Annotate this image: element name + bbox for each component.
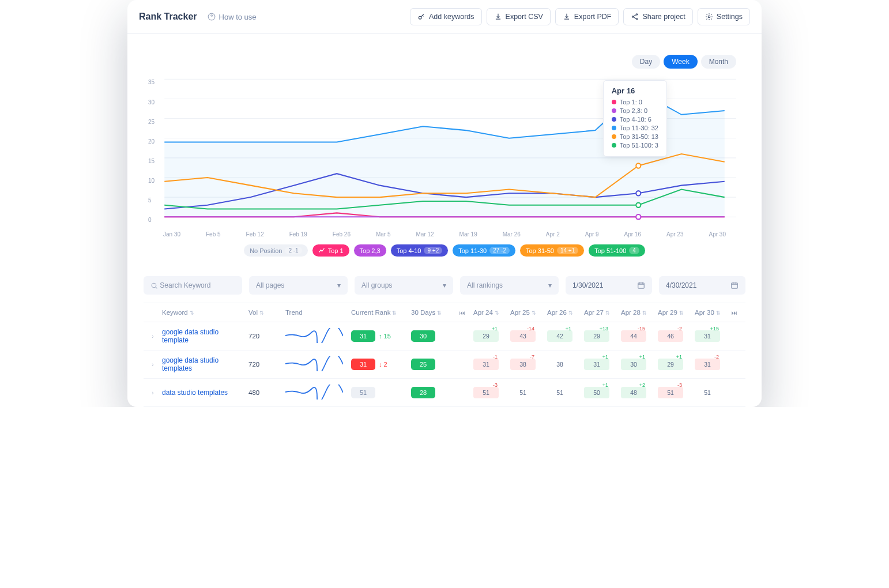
rank-delta: ↑ 15 [379, 333, 391, 340]
col-date[interactable]: Apr 26⇅ [547, 309, 582, 316]
day-cell: -1443 [510, 330, 536, 342]
legend-item[interactable]: Top 51-100 4 [589, 244, 645, 257]
col-date[interactable]: Apr 24⇅ [473, 309, 508, 316]
sparkline [285, 385, 343, 399]
page-title: Rank Tracker [139, 12, 197, 22]
30day-rank: 25 [411, 359, 435, 370]
legend-item[interactable]: No Position 2 -1 [244, 244, 308, 257]
current-rank: 51 [351, 387, 375, 398]
col-date[interactable]: Apr 28⇅ [621, 309, 656, 316]
expand-row[interactable]: › [146, 361, 160, 368]
col-keyword[interactable]: Keyword⇅ [162, 309, 246, 316]
legend-item[interactable]: Top 2,3 [354, 244, 386, 257]
keyword-link[interactable]: data studio templates [162, 389, 246, 397]
day-cell: +129 [658, 359, 683, 370]
search-input[interactable]: Search Keyword [144, 276, 242, 295]
add-keywords-button[interactable]: Add keywords [410, 8, 482, 25]
table-row: › google data studio templates 720 31↓ 2… [144, 350, 745, 379]
download-icon [563, 13, 571, 21]
expand-row[interactable]: › [146, 390, 160, 396]
dates-next[interactable]: ⏭ [732, 310, 743, 316]
col-30days[interactable]: 30 Days⇅ [411, 309, 457, 316]
tooltip-item: Top 1: 0 [612, 99, 658, 105]
col-date[interactable]: Apr 27⇅ [584, 309, 619, 316]
svg-point-19 [636, 203, 641, 208]
tooltip-item: Top 4-10: 6 [612, 116, 658, 123]
day-cell: -131 [473, 359, 499, 370]
legend-item[interactable]: Top 1 [312, 244, 349, 257]
svg-point-20 [152, 283, 156, 288]
period-toggle: Day Week Month [153, 55, 736, 69]
current-rank: 31 [351, 359, 375, 370]
current-rank: 31 [351, 330, 375, 342]
legend-item[interactable]: Top 31-50 14 +1 [520, 244, 584, 257]
svg-point-2 [636, 14, 638, 15]
day-cell: +1531 [695, 330, 720, 342]
help-icon [208, 13, 216, 21]
svg-point-15 [636, 214, 641, 219]
day-cell: +142 [547, 330, 572, 342]
30day-rank: 28 [411, 387, 435, 398]
day-cell: 51 [547, 387, 572, 398]
legend-item[interactable]: Top 4-10 9 +2 [391, 244, 449, 257]
volume: 720 [248, 361, 283, 368]
pages-select[interactable]: All pages▾ [249, 276, 348, 295]
share-project-button[interactable]: Share project [623, 8, 692, 25]
day-cell: -738 [510, 359, 536, 370]
table-row: › google data studio template 720 31↑ 15… [144, 322, 745, 350]
day-cell: 51 [510, 387, 536, 398]
chart-tooltip: Apr 16 Top 1: 0Top 2,3: 0Top 4-10: 6Top … [603, 80, 667, 157]
calendar-icon [730, 281, 739, 289]
search-icon [150, 282, 158, 289]
tooltip-item: Top 51-100: 3 [612, 142, 658, 149]
topbar: Rank Tracker How to use Add keywords Exp… [127, 0, 762, 34]
groups-select[interactable]: All groups▾ [355, 276, 453, 295]
keyword-link[interactable]: google data studio template [162, 328, 246, 344]
day-cell: -246 [658, 330, 683, 342]
settings-button[interactable]: Settings [698, 8, 750, 25]
col-trend: Trend [285, 309, 349, 316]
date-from[interactable]: 1/30/2021 [566, 276, 652, 295]
tooltip-item: Top 11-30: 32 [612, 125, 658, 131]
keyword-link[interactable]: google data studio templates [162, 356, 246, 372]
rankings-select[interactable]: All rankings▾ [460, 276, 559, 295]
keywords-table: Keyword⇅ Vol⇅ Trend Current Rank⇅ 30 Day… [144, 303, 745, 407]
chevron-down-icon: ▾ [443, 281, 446, 289]
gear-icon [705, 13, 713, 21]
export-csv-button[interactable]: Export CSV [487, 8, 551, 25]
rank-delta: ↓ 2 [379, 361, 387, 368]
day-cell: +130 [621, 359, 646, 370]
expand-row[interactable]: › [146, 333, 160, 340]
period-week[interactable]: Week [664, 55, 697, 69]
table-header: Keyword⇅ Vol⇅ Trend Current Rank⇅ 30 Day… [144, 303, 745, 322]
filters-row: Search Keyword All pages▾ All groups▾ Al… [127, 276, 762, 303]
day-cell: -351 [473, 387, 499, 398]
period-month[interactable]: Month [701, 55, 736, 69]
sparkline [285, 328, 343, 343]
col-date[interactable]: Apr 29⇅ [658, 309, 692, 316]
volume: 720 [248, 333, 283, 340]
export-pdf-button[interactable]: Export PDF [555, 8, 619, 25]
dates-prev[interactable]: ⏮ [459, 310, 471, 316]
chart-legend: No Position 2 -1 Top 1Top 2,3Top 4-10 9 … [153, 238, 736, 267]
svg-rect-21 [638, 283, 645, 288]
legend-item[interactable]: Top 11-30 27 -2 [453, 244, 515, 257]
how-to-use-link[interactable]: How to use [208, 13, 257, 21]
rank-tracker-card: Rank Tracker How to use Add keywords Exp… [127, 0, 762, 407]
svg-point-5 [708, 16, 710, 18]
chevron-down-icon: ▾ [337, 281, 341, 289]
col-date[interactable]: Apr 25⇅ [510, 309, 545, 316]
rankings-chart: 05101520253035 Apr 16 Top 1: 0Top 2,3: 0… [153, 73, 736, 229]
tooltip-item: Top 2,3: 0 [612, 107, 658, 114]
date-to[interactable]: 4/30/2021 [659, 276, 745, 295]
day-cell: 51 [695, 387, 720, 398]
day-cell: 38 [547, 359, 572, 370]
col-rank[interactable]: Current Rank⇅ [351, 309, 409, 316]
col-date[interactable]: Apr 30⇅ [695, 309, 729, 316]
calendar-icon [637, 281, 645, 289]
period-day[interactable]: Day [632, 55, 660, 69]
day-cell: -351 [658, 387, 683, 398]
table-row: › data studio templates 480 51 28 -35151… [144, 379, 745, 407]
day-cell: +131 [584, 359, 609, 370]
col-vol[interactable]: Vol⇅ [248, 309, 283, 316]
